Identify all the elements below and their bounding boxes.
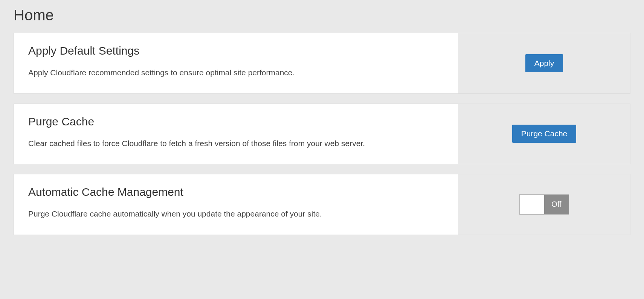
- card-content: Automatic Cache Management Purge Cloudfl…: [14, 174, 458, 235]
- apply-default-description: Apply Cloudflare recommended settings to…: [28, 66, 444, 79]
- card-apply-default-settings: Apply Default Settings Apply Cloudflare …: [14, 33, 630, 94]
- card-purge-cache: Purge Cache Clear cached files to force …: [14, 104, 630, 165]
- card-content: Purge Cache Clear cached files to force …: [14, 104, 458, 164]
- toggle-off-label: Off: [544, 195, 569, 214]
- purge-cache-button[interactable]: Purge Cache: [512, 125, 577, 143]
- apply-default-heading: Apply Default Settings: [28, 44, 444, 57]
- page-title: Home: [14, 7, 630, 24]
- auto-cache-heading: Automatic Cache Management: [28, 186, 444, 198]
- auto-cache-toggle[interactable]: Off: [519, 194, 569, 215]
- card-automatic-cache-management: Automatic Cache Management Purge Cloudfl…: [14, 174, 630, 235]
- card-action: Purge Cache: [458, 104, 630, 164]
- apply-button[interactable]: Apply: [525, 54, 563, 72]
- toggle-handle: [520, 195, 544, 214]
- purge-cache-description: Clear cached files to force Cloudflare t…: [28, 137, 444, 150]
- card-content: Apply Default Settings Apply Cloudflare …: [14, 33, 458, 93]
- purge-cache-heading: Purge Cache: [28, 115, 444, 128]
- card-action: Apply: [458, 33, 630, 93]
- auto-cache-description: Purge Cloudflare cache automatically whe…: [28, 207, 444, 220]
- settings-home-container: Home Apply Default Settings Apply Cloudf…: [0, 0, 644, 235]
- card-action: Off: [458, 174, 630, 235]
